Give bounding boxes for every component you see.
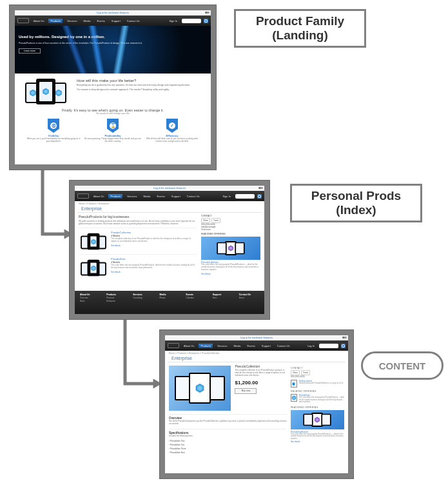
- nav-products[interactable]: Products: [48, 19, 63, 23]
- nav-products[interactable]: Products: [199, 344, 213, 348]
- nav-media[interactable]: Media: [232, 344, 243, 348]
- nav-services[interactable]: Services: [215, 344, 229, 348]
- sidebar-contact-h: CONTACT: [291, 367, 344, 369]
- tweet-btn[interactable]: Tweet: [301, 370, 310, 375]
- index-intro: We pride ourselves in building products …: [79, 220, 197, 225]
- footer-link[interactable]: News: [80, 300, 100, 302]
- predictability-icon: ⌛: [107, 119, 119, 133]
- featured-promo[interactable]: [291, 410, 344, 429]
- nav-services[interactable]: Services: [65, 19, 79, 23]
- efficiency-icon: ✓: [166, 119, 178, 133]
- featured-promo[interactable]: [201, 237, 260, 260]
- footer-col-h: Services: [133, 293, 153, 296]
- product-hero-image: [169, 366, 231, 411]
- nav-media[interactable]: Media: [142, 194, 153, 199]
- nav-bar: About Us Products Services Media Events …: [75, 191, 264, 201]
- nav-media[interactable]: Media: [82, 19, 93, 23]
- nav-about[interactable]: About Us: [32, 19, 46, 23]
- featured-desc: This suite offers the most popular Pseud…: [291, 433, 344, 440]
- overview-heading: Overview: [169, 414, 287, 420]
- nav-support[interactable]: Support: [260, 344, 273, 348]
- nav-events[interactable]: Events: [246, 344, 257, 348]
- footer-link[interactable]: Overview: [80, 297, 100, 299]
- footer-link[interactable]: Calendar: [186, 297, 206, 299]
- ibm-logo: IBM: [342, 335, 346, 340]
- nav-signin[interactable]: Sign In: [168, 19, 179, 23]
- ibm-logo: IBM: [258, 186, 262, 191]
- search-input[interactable]: [319, 344, 338, 348]
- benefit-desc: When you use it, you'll immediately see …: [25, 138, 82, 143]
- product-thumb: [79, 233, 108, 251]
- brand-logo[interactable]: [17, 18, 29, 23]
- brand-logo[interactable]: [168, 343, 179, 348]
- product-link[interactable]: See details: [111, 271, 197, 273]
- nav-contact[interactable]: Contact Us: [275, 344, 292, 348]
- product-row[interactable]: PseudoCollection 4 Models The complete c…: [79, 228, 197, 251]
- brand-logo[interactable]: [77, 193, 89, 199]
- footer-link[interactable]: Docs: [213, 297, 233, 299]
- footer-link[interactable]: Enterprise: [106, 300, 126, 302]
- share-btn[interactable]: Share: [201, 218, 210, 223]
- breadcrumb[interactable]: Home > Products > Enterprise: [75, 201, 264, 206]
- benefit-desc: With all that stuff taken care of, you c…: [144, 138, 200, 143]
- nav-bar: About Us Products Services Media Events …: [165, 340, 348, 351]
- nav-bar: About Us Products Services Media Events …: [15, 15, 211, 26]
- search-input[interactable]: [182, 19, 201, 23]
- nav-events[interactable]: Events: [95, 19, 107, 23]
- nav-products[interactable]: Products: [108, 194, 122, 199]
- utility-text: Log in for exclusive features: [153, 186, 186, 190]
- hero-banner: Used by millions. Designed by one in a m…: [15, 26, 211, 74]
- doc-icon: 📘: [291, 380, 297, 388]
- footer-link[interactable]: Email: [239, 297, 259, 299]
- nav-contact[interactable]: Contact Us: [125, 19, 142, 23]
- search-icon[interactable]: [341, 344, 346, 348]
- breadcrumb[interactable]: Home > Products > Enterprise > PseudoCol…: [165, 351, 348, 356]
- product-thumb: [79, 259, 108, 278]
- share-btn[interactable]: Share: [291, 370, 300, 375]
- nav-login[interactable]: Log In: [306, 344, 317, 348]
- hero-title: Used by millions. Designed by one in a m…: [19, 35, 207, 39]
- getting-started-d: Getting started with PseudoCollection is…: [299, 382, 344, 385]
- footer-col-h: Products: [106, 293, 126, 296]
- related-h: RELATED OFFERING: [291, 390, 344, 393]
- nav-signin[interactable]: Sign In: [221, 194, 233, 199]
- related-offering[interactable]: PseudoSuite This suite offers the most p…: [291, 394, 344, 404]
- hero-cta-button[interactable]: Learn more: [19, 48, 41, 54]
- product-price: $1,200.00: [235, 380, 286, 386]
- spec-item: PseudoItem Four: [169, 451, 287, 455]
- footer-col-h: Support: [213, 293, 233, 296]
- nav-support[interactable]: Support: [170, 194, 182, 199]
- buy-button[interactable]: Buy now: [235, 388, 257, 394]
- label-line: (Landing): [246, 28, 354, 43]
- category-title: Enterprise: [168, 356, 346, 362]
- search-input[interactable]: [235, 194, 255, 199]
- utility-bar: Log in for exclusive features IBM: [165, 335, 348, 340]
- nav-about[interactable]: About Us: [92, 194, 106, 199]
- nav-support[interactable]: Support: [110, 19, 122, 23]
- footer-link[interactable]: Consulting: [133, 297, 153, 299]
- featured-link[interactable]: See details: [291, 440, 344, 443]
- sidebar-contact-h: CONTACT: [201, 215, 260, 217]
- search-icon[interactable]: [257, 194, 262, 199]
- category-title: Enterprise: [77, 206, 262, 213]
- footer-link[interactable]: Personal: [106, 297, 126, 299]
- featured-link[interactable]: See details: [201, 273, 260, 275]
- sidebar-chat[interactable]: Chat now: [201, 228, 260, 231]
- feature-text: Everything we do is guided by this one q…: [77, 84, 203, 87]
- nav-events[interactable]: Events: [155, 194, 167, 199]
- getting-started[interactable]: 📘 Getting started Getting started with P…: [291, 380, 344, 388]
- search-icon[interactable]: [204, 19, 208, 23]
- product-desc: The complete collection of our PseudoPro…: [111, 238, 197, 243]
- footer-link[interactable]: Photos: [159, 297, 179, 299]
- product-row[interactable]: PseudoSuite 4 Models This suite offers t…: [79, 254, 197, 278]
- benefits-row: ⦿ Visibility When you use it, you'll imm…: [23, 119, 203, 146]
- footer-col-h: Contact Us: [239, 293, 259, 296]
- product-link[interactable]: See details: [111, 244, 197, 247]
- label-line: Product Family: [246, 14, 354, 28]
- product-name: PseudoCollection: [111, 231, 197, 234]
- tweet-btn[interactable]: Tweet: [211, 218, 220, 223]
- nav-contact[interactable]: Contact Us: [185, 194, 202, 199]
- visibility-icon: ⦿: [48, 119, 59, 133]
- nav-services[interactable]: Services: [125, 194, 139, 199]
- nav-about[interactable]: About Us: [182, 344, 196, 348]
